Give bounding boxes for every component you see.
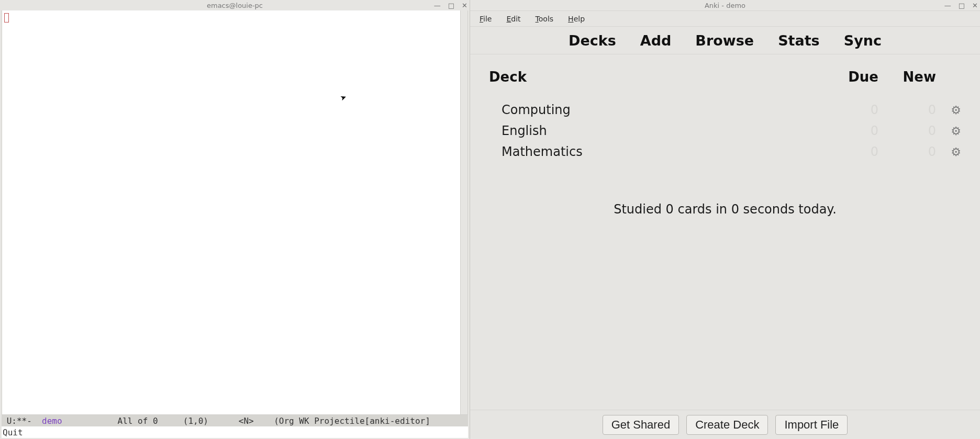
emacs-body: ➤ bbox=[2, 10, 468, 415]
modeline-prefix: U:**- bbox=[2, 416, 42, 426]
tab-decks[interactable]: Decks bbox=[569, 32, 616, 49]
emacs-echo-area: Quit bbox=[2, 426, 468, 438]
deck-row[interactable]: Computing 0 0 ⚙ bbox=[489, 99, 961, 120]
import-file-button[interactable]: Import File bbox=[775, 415, 848, 435]
header-deck: Deck bbox=[489, 69, 821, 85]
anki-titlebar: Anki - demo — □ ✕ bbox=[470, 0, 980, 10]
tab-sync[interactable]: Sync bbox=[844, 32, 882, 49]
emacs-title: emacs@louie-pc bbox=[207, 2, 263, 9]
gear-icon[interactable]: ⚙ bbox=[951, 145, 961, 159]
maximize-icon[interactable]: □ bbox=[959, 2, 965, 9]
anki-toolbar: Decks Add Browse Stats Sync bbox=[470, 26, 980, 54]
deck-row[interactable]: Mathematics 0 0 ⚙ bbox=[489, 141, 961, 162]
deck-due: 0 bbox=[821, 123, 878, 138]
mouse-pointer-icon: ➤ bbox=[339, 92, 348, 102]
minimize-icon[interactable]: — bbox=[944, 2, 951, 9]
deck-name[interactable]: Computing bbox=[489, 103, 821, 117]
menu-file[interactable]: File bbox=[480, 15, 492, 23]
anki-bottom-bar: Get Shared Create Deck Import File bbox=[470, 410, 980, 439]
emacs-window: emacs@louie-pc — □ ✕ ➤ U:**- demo All of… bbox=[0, 0, 470, 439]
deck-name[interactable]: Mathematics bbox=[489, 144, 821, 159]
emacs-buffer[interactable]: ➤ bbox=[2, 10, 460, 414]
deck-new: 0 bbox=[878, 103, 936, 117]
gear-icon[interactable]: ⚙ bbox=[951, 125, 961, 138]
gear-icon[interactable]: ⚙ bbox=[951, 104, 961, 117]
anki-main: Deck Due New Computing 0 0 ⚙ English 0 0… bbox=[470, 54, 980, 410]
close-icon[interactable]: ✕ bbox=[972, 2, 978, 9]
anki-window: Anki - demo — □ ✕ File Edit Tools Help D… bbox=[470, 0, 980, 439]
menu-tools[interactable]: Tools bbox=[536, 15, 554, 23]
anki-title: Anki - demo bbox=[705, 2, 745, 9]
deck-due: 0 bbox=[821, 103, 878, 117]
deck-new: 0 bbox=[878, 144, 936, 159]
emacs-scrollbar[interactable] bbox=[460, 10, 467, 414]
deck-list-header: Deck Due New bbox=[489, 69, 961, 99]
header-new: New bbox=[878, 69, 936, 85]
deck-due: 0 bbox=[821, 144, 878, 159]
menu-help[interactable]: Help bbox=[568, 15, 585, 23]
get-shared-button[interactable]: Get Shared bbox=[603, 415, 680, 435]
emacs-titlebar: emacs@louie-pc — □ ✕ bbox=[0, 0, 470, 10]
emacs-modeline: U:**- demo All of 0 (1,0) <N> (Org WK Pr… bbox=[2, 415, 468, 426]
create-deck-button[interactable]: Create Deck bbox=[686, 415, 768, 435]
emacs-cursor bbox=[4, 13, 9, 22]
tab-stats[interactable]: Stats bbox=[778, 32, 820, 49]
maximize-icon[interactable]: □ bbox=[448, 2, 454, 9]
close-icon[interactable]: ✕ bbox=[462, 2, 467, 9]
menu-edit[interactable]: Edit bbox=[506, 15, 520, 23]
header-due: Due bbox=[821, 69, 878, 85]
anki-menubar: File Edit Tools Help bbox=[470, 10, 980, 26]
study-summary: Studied 0 cards in 0 seconds today. bbox=[489, 202, 961, 217]
modeline-rest: All of 0 (1,0) <N> (Org WK Projectile[an… bbox=[62, 416, 430, 426]
tab-browse[interactable]: Browse bbox=[695, 32, 754, 49]
deck-name[interactable]: English bbox=[489, 123, 821, 138]
deck-new: 0 bbox=[878, 123, 936, 138]
modeline-buffer: demo bbox=[42, 416, 62, 426]
minimize-icon[interactable]: — bbox=[434, 2, 441, 9]
deck-row[interactable]: English 0 0 ⚙ bbox=[489, 120, 961, 141]
echo-text: Quit bbox=[3, 427, 23, 437]
tab-add[interactable]: Add bbox=[640, 32, 672, 49]
